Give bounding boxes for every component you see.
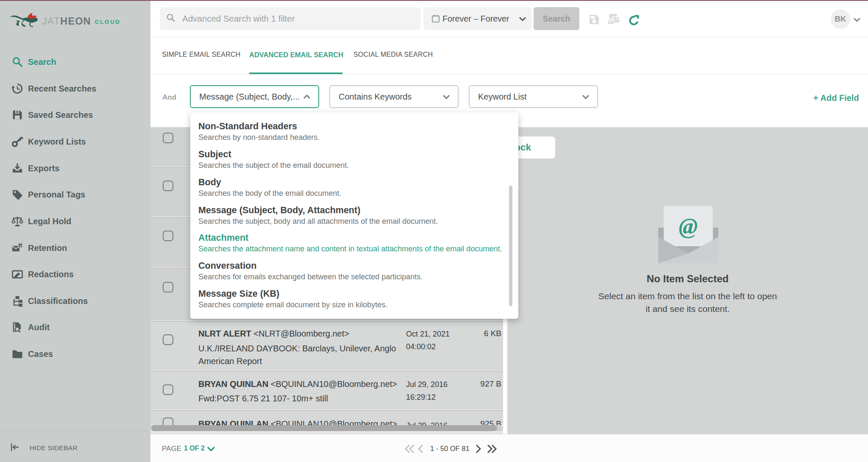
svg-text:@: @ xyxy=(679,214,698,239)
